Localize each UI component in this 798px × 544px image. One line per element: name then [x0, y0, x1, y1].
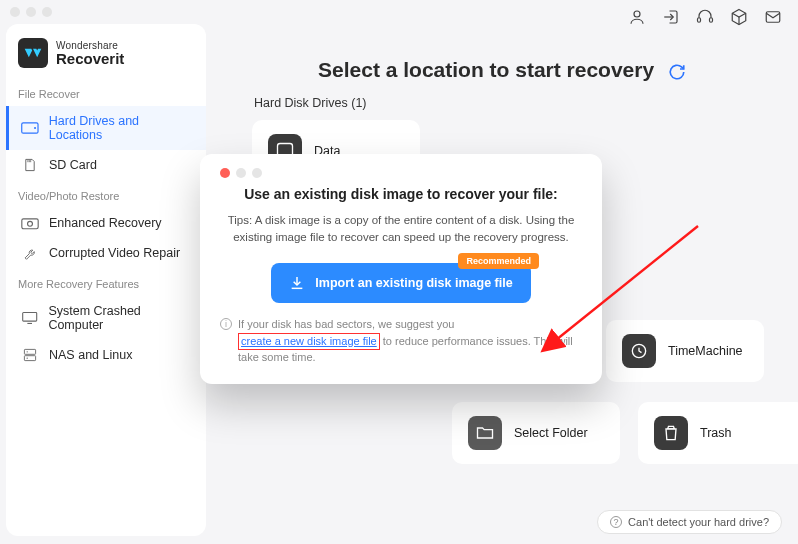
svg-rect-6 [22, 219, 38, 229]
brand-logo-icon [18, 38, 48, 68]
traffic-dot[interactable] [10, 7, 20, 17]
info-icon: i [220, 318, 232, 330]
create-disk-image-link[interactable]: create a new disk image file [241, 335, 377, 347]
modal-footer-note: i If your disk has bad sectors, we sugge… [220, 317, 582, 365]
refresh-icon[interactable] [668, 62, 686, 80]
svg-point-11 [27, 351, 28, 352]
download-icon [289, 275, 305, 291]
modal-title: Use an existing disk image to recover yo… [220, 186, 582, 202]
brand-title-line1: Wondershare [56, 41, 124, 51]
location-card-trash[interactable]: Trash [638, 402, 798, 464]
section-title: File Recover [6, 78, 206, 106]
timemachine-icon [622, 334, 656, 368]
sdcard-icon [21, 158, 39, 172]
page-title: Select a location to start recovery [224, 58, 780, 82]
traffic-dot[interactable] [26, 7, 36, 17]
sidebar-item-label: NAS and Linux [49, 348, 132, 362]
help-icon: ? [610, 516, 622, 528]
modal-tip-text: Tips: A disk image is a copy of the enti… [220, 212, 582, 245]
svg-point-12 [27, 357, 28, 358]
maximize-icon[interactable] [252, 168, 262, 178]
svg-rect-2 [710, 18, 713, 23]
cant-detect-button[interactable]: ? Can't detect your hard drive? [597, 510, 782, 534]
svg-point-5 [34, 127, 36, 129]
svg-rect-8 [23, 313, 37, 322]
sidebar-item-nas-linux[interactable]: NAS and Linux [6, 340, 206, 370]
sidebar-item-label: Enhanced Recovery [49, 216, 162, 230]
monitor-icon [21, 311, 38, 325]
modal-traffic-lights [220, 168, 582, 178]
sidebar-item-label: Corrupted Video Repair [49, 246, 180, 260]
brand-title-line2: Recoverit [56, 51, 124, 66]
sidebar-item-label: Hard Drives and Locations [49, 114, 194, 142]
sidebar: Wondershare Recoverit File Recover Hard … [6, 24, 206, 536]
section-title: More Recovery Features [6, 268, 206, 296]
button-label: Import an existing disk image file [315, 276, 512, 290]
location-card-timemachine[interactable]: TimeMachine [606, 320, 764, 382]
svg-rect-3 [766, 12, 780, 23]
location-label: Trash [700, 426, 732, 440]
drives-section-header: Hard Disk Drives (1) [254, 96, 780, 110]
camera-icon [21, 216, 39, 230]
section-title: Video/Photo Restore [6, 180, 206, 208]
import-disk-image-button[interactable]: Import an existing disk image file Recom… [271, 263, 531, 303]
sidebar-item-enhanced-recovery[interactable]: Enhanced Recovery [6, 208, 206, 238]
svg-rect-9 [24, 349, 35, 354]
disk-image-modal: Use an existing disk image to recover yo… [200, 154, 602, 384]
svg-point-0 [634, 11, 640, 17]
sidebar-item-label: System Crashed Computer [48, 304, 194, 332]
svg-point-7 [28, 221, 33, 226]
svg-rect-10 [24, 356, 35, 361]
hdd-icon [21, 121, 39, 135]
trash-icon [654, 416, 688, 450]
sidebar-item-corrupted-video[interactable]: Corrupted Video Repair [6, 238, 206, 268]
close-icon[interactable] [220, 168, 230, 178]
sidebar-item-sdcard[interactable]: SD Card [6, 150, 206, 180]
traffic-dot[interactable] [42, 7, 52, 17]
sidebar-item-label: SD Card [49, 158, 97, 172]
location-label: TimeMachine [668, 344, 743, 358]
folder-icon [468, 416, 502, 450]
recommended-badge: Recommended [458, 253, 539, 269]
sidebar-item-crashed-computer[interactable]: System Crashed Computer [6, 296, 206, 340]
sidebar-item-hard-drives[interactable]: Hard Drives and Locations [6, 106, 206, 150]
wrench-icon [21, 246, 39, 260]
svg-rect-1 [698, 18, 701, 23]
brand: Wondershare Recoverit [6, 32, 206, 78]
location-card-select-folder[interactable]: Select Folder [452, 402, 620, 464]
minimize-icon[interactable] [236, 168, 246, 178]
footer-label: Can't detect your hard drive? [628, 516, 769, 528]
location-label: Select Folder [514, 426, 588, 440]
server-icon [21, 348, 39, 362]
